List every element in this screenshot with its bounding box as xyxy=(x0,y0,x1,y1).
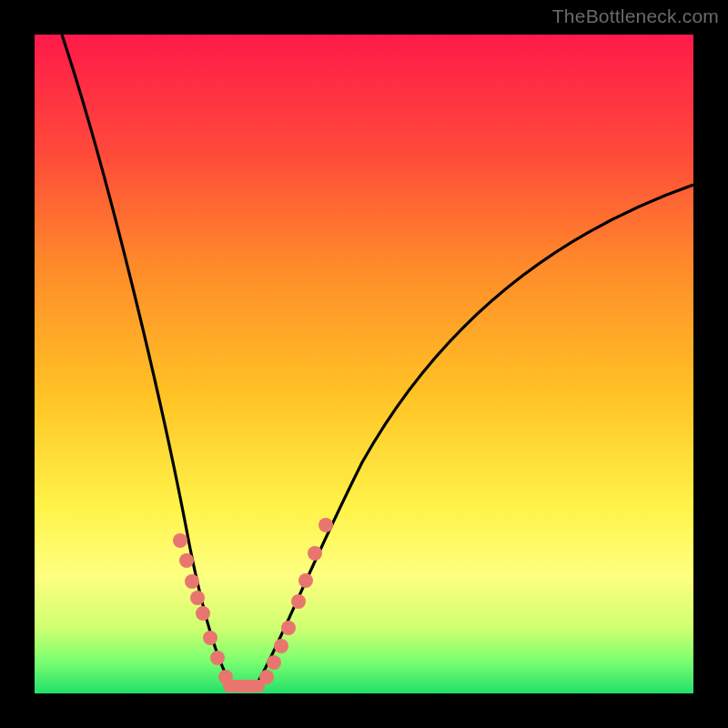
marker-right xyxy=(318,518,333,532)
marker-right xyxy=(267,655,281,670)
marker-left xyxy=(190,591,205,605)
curve-layer xyxy=(35,35,693,693)
marker-right xyxy=(259,670,274,684)
chart-frame: TheBottleneck.com xyxy=(0,0,728,728)
marker-left xyxy=(185,574,199,589)
marker-group-left xyxy=(173,533,233,684)
marker-right xyxy=(298,573,313,588)
right-branch-path xyxy=(258,185,693,682)
marker-left xyxy=(196,606,210,621)
plot-area xyxy=(35,35,693,693)
marker-right xyxy=(308,546,322,561)
marker-right xyxy=(291,594,306,609)
marker-left xyxy=(210,651,225,665)
marker-right xyxy=(274,639,288,653)
watermark-text: TheBottleneck.com xyxy=(552,5,719,27)
marker-left xyxy=(179,553,194,568)
marker-left xyxy=(173,533,187,548)
marker-left xyxy=(203,631,217,645)
marker-right xyxy=(281,621,296,635)
left-branch-path xyxy=(62,35,230,682)
marker-left xyxy=(218,670,233,684)
